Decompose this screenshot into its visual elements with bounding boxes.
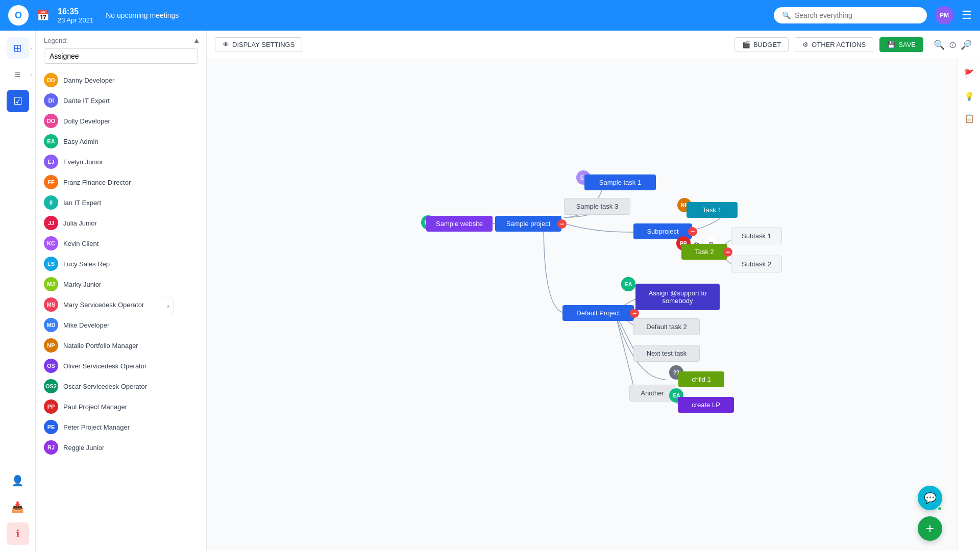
legend-item-name: Kevin Client xyxy=(63,240,99,247)
legend-item-name: Oliver Servicedesk Operator xyxy=(63,362,146,370)
sample-project-minus[interactable]: − xyxy=(557,219,567,229)
sidebar-item-info[interactable]: ℹ xyxy=(7,522,29,545)
legend-item-name: Dante IT Expert xyxy=(63,97,110,105)
zoom-in-icon[interactable]: 🔍 xyxy=(934,39,945,51)
legend-item-name: Marky Junior xyxy=(63,281,101,288)
node-task-2[interactable]: Task 2 − xyxy=(681,244,727,260)
node-child-1[interactable]: child 1 xyxy=(678,371,724,387)
budget-icon: 🎬 xyxy=(742,41,750,48)
sidebar-item-import[interactable]: 📥 xyxy=(7,496,29,518)
legend-item-name: Ian IT Expert xyxy=(63,199,101,207)
legend-item-avatar: OS xyxy=(44,359,58,373)
legend-item-name: Julia Junior xyxy=(63,219,97,227)
search-icon: 🔍 xyxy=(782,11,791,19)
legend-item[interactable]: EJEvelyn Junior xyxy=(36,152,206,172)
right-sidebar: 🚩 💡 📋 xyxy=(958,59,980,551)
node-sample-project[interactable]: Sample project − xyxy=(495,216,561,232)
save-button[interactable]: 💾 SAVE xyxy=(879,37,923,52)
legend-item-avatar: LS xyxy=(44,257,58,271)
legend-item[interactable]: JJJulia Junior xyxy=(36,213,206,233)
legend-item[interactable]: PPPaul Project Manager xyxy=(36,396,206,417)
sidebar-item-add-user[interactable]: 👤 xyxy=(7,469,29,492)
time-info: 16:35 23 Apr 2021 xyxy=(58,7,93,24)
bulb-icon[interactable]: 💡 xyxy=(961,88,977,104)
task-2-minus[interactable]: − xyxy=(723,247,732,257)
legend-item[interactable]: LSLucy Sales Rep xyxy=(36,254,206,274)
add-user-icon: 👤 xyxy=(11,474,24,487)
legend-select-container: Assignee Priority Status ▲ xyxy=(44,48,198,64)
node-default-project[interactable]: Default Project − xyxy=(562,305,634,321)
display-settings-button[interactable]: 👁 DISPLAY SETTINGS xyxy=(215,37,302,52)
home-icon: ⊞ xyxy=(13,42,22,54)
subproject-minus[interactable]: − xyxy=(688,227,697,236)
legend-item-avatar: NP xyxy=(44,338,58,353)
legend-item[interactable]: MDMike Developer xyxy=(36,315,206,335)
user-avatar[interactable]: PM xyxy=(935,6,953,24)
legend-item[interactable]: FFFranz Finance Director xyxy=(36,172,206,192)
legend-item[interactable]: PEPeter Project Manager xyxy=(36,417,206,437)
app-logo[interactable]: O xyxy=(8,5,29,26)
legend-item-avatar: DO xyxy=(44,114,58,128)
legend-collapse-btn[interactable]: ▲ xyxy=(193,36,200,44)
legend-item-name: Franz Finance Director xyxy=(63,179,131,186)
node-subtask-1[interactable]: Subtask 1 xyxy=(731,228,782,244)
legend-item-avatar: OS2 xyxy=(44,379,58,393)
legend-item[interactable]: NPNatalie Portfolio Manager xyxy=(36,335,206,356)
legend-item-name: Mary Servicedesk Operator xyxy=(63,301,144,309)
legend-header: Legend: xyxy=(36,31,206,48)
add-fab[interactable]: + xyxy=(918,516,942,541)
legend-item[interactable]: MSMary Servicedesk Operator xyxy=(36,294,206,315)
legend-item[interactable]: IIIan IT Expert xyxy=(36,192,206,213)
legend-item[interactable]: RJReggie Junior xyxy=(36,437,206,458)
legend-dropdown[interactable]: Assignee Priority Status xyxy=(44,48,198,64)
node-another[interactable]: Another − xyxy=(629,385,675,402)
legend-item-name: Evelyn Junior xyxy=(63,158,103,166)
legend-item-avatar: JJ xyxy=(44,216,58,230)
node-task-1[interactable]: Task 1 xyxy=(687,202,738,218)
other-actions-button[interactable]: ⚙ OTHER ACTIONS xyxy=(795,37,873,52)
legend-item[interactable]: DIDante IT Expert xyxy=(36,90,206,111)
legend-item-avatar: MJ xyxy=(44,277,58,291)
menu-icon[interactable]: ☰ xyxy=(962,9,972,22)
panel-collapse-arrow[interactable]: › xyxy=(163,297,174,315)
legend-item[interactable]: OS2Oscar Servicedesk Operator xyxy=(36,376,206,396)
node-assign-support[interactable]: Assign @support to somebody xyxy=(635,284,720,310)
node-sample-task-1[interactable]: Sample task 1 xyxy=(584,174,656,190)
legend-item[interactable]: DODolly Developer xyxy=(36,111,206,131)
canvas-area[interactable]: EA Sample website Sample project − EJ Sa… xyxy=(207,59,958,551)
legend-item-avatar: MS xyxy=(44,297,58,312)
legend-item-name: Mike Developer xyxy=(63,321,109,329)
legend-item[interactable]: DDDanny Developer xyxy=(36,70,206,90)
legend-item-name: Dolly Developer xyxy=(63,117,110,125)
node-default-task-2[interactable]: Default task 2 xyxy=(633,318,700,335)
sidebar-item-list[interactable]: ≡ › xyxy=(7,63,29,86)
node-sample-website[interactable]: Sample website xyxy=(426,216,493,232)
checklist-icon[interactable]: 📋 xyxy=(961,110,977,127)
meeting-status: No upcoming meetings xyxy=(106,11,179,19)
legend-item-avatar: EJ xyxy=(44,155,58,169)
ea-badge-assign: EA xyxy=(621,277,635,291)
node-create-lp[interactable]: create LP xyxy=(678,397,734,413)
import-icon: 📥 xyxy=(11,501,24,513)
tasks-icon: ☑ xyxy=(13,95,22,107)
flag-icon[interactable]: 🚩 xyxy=(961,65,977,82)
calendar-icon[interactable]: 📅 xyxy=(37,9,50,21)
legend-item[interactable]: EAEasy Admin xyxy=(36,131,206,152)
legend-item[interactable]: OSOliver Servicedesk Operator xyxy=(36,356,206,376)
search-input[interactable] xyxy=(795,11,919,19)
current-time: 16:35 xyxy=(58,7,93,16)
budget-button[interactable]: 🎬 BUDGET xyxy=(734,37,789,52)
legend-item-name: Peter Project Manager xyxy=(63,423,130,431)
node-subtask-2[interactable]: Subtask 2 xyxy=(731,256,782,272)
sidebar-item-home[interactable]: ⊞ › xyxy=(7,37,29,59)
sidebar-item-tasks[interactable]: ☑ › xyxy=(7,90,29,112)
legend-items: DDDanny DeveloperDIDante IT ExpertDODoll… xyxy=(36,70,206,458)
zoom-reset-icon[interactable]: ⊙ xyxy=(949,39,957,51)
legend-item[interactable]: MJMarky Junior xyxy=(36,274,206,294)
info-icon: ℹ xyxy=(16,528,20,540)
zoom-out-icon[interactable]: 🔎 xyxy=(961,39,972,51)
node-next-test-task[interactable]: Next test task xyxy=(633,345,700,362)
node-sample-task-3[interactable]: Sample task 3 xyxy=(564,198,630,215)
legend-item[interactable]: KCKevin Client xyxy=(36,233,206,254)
legend-item-avatar: PP xyxy=(44,399,58,414)
